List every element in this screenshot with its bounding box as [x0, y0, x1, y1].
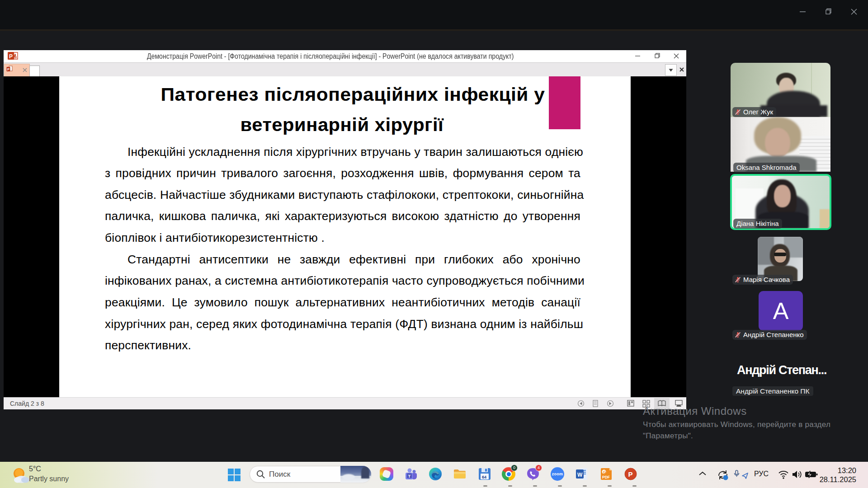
- svg-text:P: P: [7, 67, 9, 71]
- svg-text:W: W: [577, 472, 583, 478]
- svg-text:G: G: [603, 470, 606, 474]
- svg-text:PDF: PDF: [602, 475, 610, 479]
- svg-text:P: P: [628, 470, 633, 478]
- svg-text:T: T: [408, 474, 411, 479]
- svg-text:P: P: [9, 53, 13, 60]
- svg-text:64: 64: [482, 475, 486, 479]
